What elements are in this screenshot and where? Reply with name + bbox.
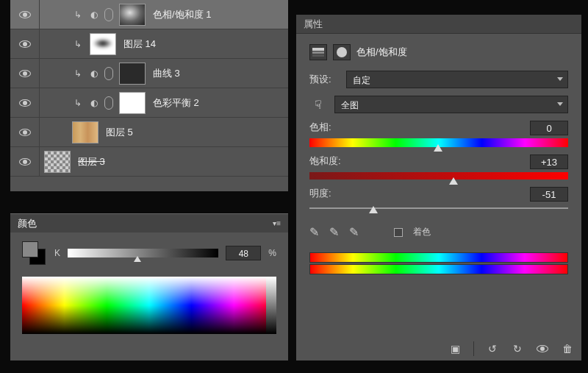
circle-icon <box>337 47 347 57</box>
layer-row[interactable]: 图层 3 <box>10 147 288 177</box>
eye-icon <box>19 11 31 18</box>
lightness-value-input[interactable]: -51 <box>530 187 568 202</box>
divider <box>473 341 474 356</box>
visibility-toggle[interactable] <box>10 118 40 146</box>
k-value-input[interactable]: 48 <box>226 246 261 260</box>
eyedropper-minus-icon[interactable]: ✎ <box>349 225 359 239</box>
visibility-toggle[interactable] <box>10 59 40 88</box>
color-range-select[interactable]: 全图 <box>334 96 568 113</box>
slider-handle[interactable] <box>369 206 378 213</box>
properties-footer: ▣ ↺ ↻ 🗑 <box>448 341 574 356</box>
visibility-toggle[interactable] <box>10 0 40 29</box>
color-panel-title: 颜色 <box>18 217 37 230</box>
layer-badges: ↳ ◐ <box>69 96 116 110</box>
colorize-checkbox[interactable] <box>394 228 403 237</box>
delete-icon[interactable]: 🗑 <box>561 342 574 355</box>
foreground-swatch[interactable] <box>22 241 38 257</box>
panel-menu-icon[interactable]: ▾≡ <box>273 219 281 227</box>
svg-rect-0 <box>312 48 324 51</box>
properties-panel: 属性 色相/饱和度 预设: 自定 ☟ 全图 色相: 0 <box>296 15 581 360</box>
k-unit-label: % <box>268 248 276 258</box>
layer-thumb[interactable] <box>90 33 116 55</box>
eye-icon <box>19 40 31 48</box>
visibility-toggle[interactable] <box>10 147 40 176</box>
color-spectrum[interactable] <box>22 277 276 334</box>
layer-name[interactable]: 图层 5 <box>106 126 133 139</box>
eye-icon <box>537 345 548 352</box>
layer-thumb[interactable] <box>72 121 98 143</box>
layer-badges: ↳ ◐ <box>69 8 116 21</box>
color-range-bar-bottom[interactable] <box>309 264 568 274</box>
adjustment-icon: ◐ <box>88 97 100 109</box>
adjustment-title: 色相/饱和度 <box>356 46 407 59</box>
clip-down-icon: ↳ <box>72 38 84 50</box>
preset-select[interactable]: 自定 <box>346 71 568 88</box>
saturation-value-input[interactable]: +13 <box>530 154 568 169</box>
previous-state-icon[interactable]: ↺ <box>486 342 499 355</box>
visibility-toggle[interactable] <box>10 88 40 117</box>
preset-label: 预设: <box>309 73 339 86</box>
adjustment-icon: ◐ <box>88 9 100 21</box>
layer-name[interactable]: 色相/饱和度 1 <box>153 8 211 21</box>
color-panel: 颜色 ▾≡ K 48 % <box>10 213 288 360</box>
layer-name[interactable]: 色彩平衡 2 <box>153 96 199 110</box>
toggle-visibility-icon[interactable] <box>536 342 549 355</box>
layer-row[interactable]: ↳ 图层 14 <box>10 29 288 59</box>
link-icon <box>104 8 113 21</box>
chevron-down-icon <box>557 102 563 106</box>
svg-rect-2 <box>312 54 324 57</box>
layer-row[interactable]: ↳ ◐ 色彩平衡 2 <box>10 88 288 118</box>
layer-row[interactable]: 图层 5 <box>10 118 288 147</box>
layer-badges: ↳ ◐ <box>69 67 116 80</box>
clip-down-icon: ↳ <box>72 68 84 79</box>
preset-value: 自定 <box>353 75 370 85</box>
slider-handle[interactable] <box>434 144 442 152</box>
hsl-icon <box>312 48 324 57</box>
layer-mask-thumb[interactable] <box>119 63 146 85</box>
reset-icon[interactable]: ↻ <box>511 342 524 355</box>
properties-panel-tab[interactable]: 属性 <box>296 15 581 34</box>
saturation-slider[interactable] <box>309 172 568 180</box>
eye-icon <box>19 99 31 107</box>
layer-name[interactable]: 图层 14 <box>123 38 156 51</box>
layer-badges: ↳ <box>69 38 87 50</box>
layer-name[interactable]: 图层 3 <box>78 155 105 168</box>
adjustment-icon: ◐ <box>88 68 100 79</box>
adjustment-type-icon[interactable] <box>309 44 327 60</box>
color-range-bar-top[interactable] <box>309 252 568 263</box>
link-icon <box>104 96 113 110</box>
link-icon <box>104 67 113 80</box>
layer-row[interactable]: ↳ ◐ 曲线 3 <box>10 59 288 88</box>
slider-handle[interactable] <box>134 256 141 262</box>
channel-k-label: K <box>54 248 60 258</box>
eye-icon <box>19 70 31 77</box>
hue-slider[interactable] <box>309 138 568 147</box>
eye-icon <box>19 129 31 136</box>
fg-bg-swatches[interactable] <box>22 241 47 266</box>
hue-value-input[interactable]: 0 <box>530 121 568 135</box>
hue-label: 色相: <box>309 121 331 135</box>
layers-panel: ↳ ◐ 色相/饱和度 1 ↳ 图层 14 ↳ ◐ 曲线 3 ↳ ◐ <box>10 0 288 191</box>
layer-mask-thumb[interactable] <box>119 92 146 114</box>
color-panel-tab[interactable]: 颜色 ▾≡ <box>10 213 288 232</box>
eyedropper-plus-icon[interactable]: ✎ <box>329 225 339 239</box>
targeted-adjust-icon[interactable]: ☟ <box>309 96 327 113</box>
layer-row[interactable]: ↳ ◐ 色相/饱和度 1 <box>10 0 288 29</box>
mask-icon[interactable] <box>333 44 351 60</box>
slider-handle[interactable] <box>449 177 458 185</box>
layer-mask-thumb[interactable] <box>119 4 146 26</box>
layer-thumb[interactable] <box>44 151 71 173</box>
clip-to-layer-icon[interactable]: ▣ <box>448 342 462 355</box>
chevron-down-icon <box>557 77 563 81</box>
visibility-toggle[interactable] <box>10 29 40 58</box>
clip-down-icon: ↳ <box>72 9 84 21</box>
saturation-label: 饱和度: <box>309 154 341 169</box>
properties-panel-title: 属性 <box>304 18 323 31</box>
layer-name[interactable]: 曲线 3 <box>153 67 180 80</box>
k-slider[interactable] <box>68 249 218 257</box>
lightness-slider[interactable] <box>309 207 568 209</box>
svg-rect-1 <box>312 51 324 54</box>
eye-icon <box>19 158 31 166</box>
colorize-label: 着色 <box>413 226 431 238</box>
eyedropper-icon[interactable]: ✎ <box>309 225 319 239</box>
